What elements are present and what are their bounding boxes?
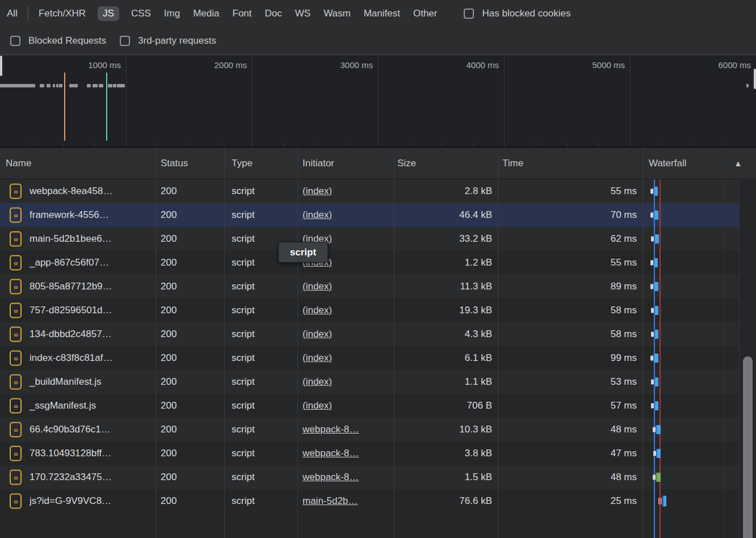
waterfall-bar-blue	[653, 211, 658, 220]
overview-minor-tick	[693, 143, 694, 146]
cell-status: 200	[161, 418, 177, 442]
filter-type-js[interactable]: JS	[98, 6, 119, 21]
column-header-size[interactable]: Size	[397, 148, 416, 179]
table-row[interactable]: ‹›js?id=G-9V9VC8…200scriptmain-5d2b…76.6…	[0, 489, 739, 513]
js-script-file-icon: ‹›	[10, 232, 22, 247]
initiator-link[interactable]: (index)	[303, 281, 332, 292]
filter-type-doc[interactable]: Doc	[264, 6, 283, 21]
table-row[interactable]: ‹›757-d82596501d…200script(index)19.3 kB…	[0, 299, 739, 322]
table-row[interactable]: ‹›_buildManifest.js200script(index)1.1 k…	[0, 370, 739, 394]
table-row[interactable]: ‹›main-5d2b1bee6…200script(index)33.2 kB…	[0, 227, 739, 251]
waterfall-bar-redtick	[661, 498, 662, 505]
initiator-link[interactable]: (index)	[303, 400, 332, 411]
initiator-link[interactable]: (index)	[303, 186, 332, 197]
filter-type-media[interactable]: Media	[192, 6, 220, 21]
column-header-time[interactable]: Time	[502, 148, 523, 179]
filter-type-ws[interactable]: WS	[294, 6, 312, 21]
initiator-link[interactable]: webpack-8…	[303, 448, 359, 459]
js-script-file-icon: ‹›	[10, 375, 22, 390]
column-header-initiator[interactable]: Initiator	[303, 148, 334, 179]
overview-minor-tick	[95, 143, 95, 146]
overview-activity-segment	[108, 84, 112, 87]
column-divider	[156, 147, 156, 538]
blocked-requests-label[interactable]: Blocked Requests	[28, 35, 106, 47]
cell-type: script	[232, 299, 255, 322]
filter-type-manifest[interactable]: Manifest	[363, 6, 401, 21]
overview-minor-tick	[662, 143, 662, 146]
cell-time: 53 ms	[611, 370, 637, 394]
cell-time: 62 ms	[611, 227, 637, 251]
cell-size: 3.8 kB	[465, 442, 492, 465]
table-row[interactable]: ‹›index-c83f8c81af…200script(index)6.1 k…	[0, 346, 739, 370]
overview-activity-segment	[117, 84, 125, 87]
filter-type-css[interactable]: CSS	[130, 6, 152, 21]
column-header-type[interactable]: Type	[232, 148, 253, 179]
network-overview-timeline[interactable]: 1000 ms2000 ms3000 ms4000 ms5000 ms6000 …	[0, 54, 756, 147]
cell-name: 170.7232a33475…	[30, 465, 112, 489]
cell-size: 76.6 kB	[459, 489, 492, 513]
initiator-link[interactable]: (index)	[303, 376, 332, 388]
vertical-scrollbar-thumb[interactable]	[743, 356, 753, 538]
initiator-link[interactable]: (index)	[303, 352, 332, 364]
cell-time: 58 ms	[611, 322, 637, 346]
cell-name: webpack-8ea458…	[30, 179, 112, 203]
blocked-requests-checkbox[interactable]	[10, 36, 20, 46]
column-header-waterfall[interactable]: Waterfall	[649, 148, 686, 179]
initiator-link[interactable]: webpack-8…	[303, 424, 359, 435]
table-row[interactable]: ‹›_ssgManifest.js200script(index)706 B57…	[0, 394, 739, 418]
table-row[interactable]: ‹›framework-4556…200script(index)46.4 kB…	[0, 203, 739, 227]
initiator-link[interactable]: (index)	[303, 209, 332, 221]
filter-type-font[interactable]: Font	[232, 6, 253, 21]
initiator-link[interactable]: main-5d2b…	[303, 495, 358, 507]
filter-type-other[interactable]: Other	[412, 6, 439, 21]
overview-right-handle[interactable]	[754, 69, 756, 89]
cell-initiator: (index)	[303, 346, 332, 370]
initiator-link[interactable]: (index)	[303, 329, 332, 340]
overview-time-label: 3000 ms	[340, 60, 373, 70]
cell-type: script	[232, 442, 255, 465]
overview-minor-tick	[189, 143, 190, 146]
third-party-requests-label[interactable]: 3rd-party requests	[138, 35, 216, 47]
cell-status: 200	[161, 489, 177, 513]
cell-size: 706 B	[467, 394, 492, 418]
table-row[interactable]: ‹›66.4c90b3d76c1…200scriptwebpack-8…10.3…	[0, 418, 739, 442]
overview-minor-tick	[284, 143, 284, 146]
initiator-link[interactable]: webpack-8…	[303, 472, 359, 483]
js-script-file-icon: ‹›	[10, 398, 22, 414]
table-row[interactable]: ‹›_app-867c56f07…200script(index)1.2 kB5…	[0, 251, 739, 275]
filter-type-wasm[interactable]: Wasm	[322, 6, 352, 21]
overview-minor-tick	[473, 143, 473, 146]
column-header-status[interactable]: Status	[161, 148, 188, 179]
cell-size: 1.5 kB	[465, 465, 492, 489]
filter-type-img[interactable]: Img	[163, 6, 181, 21]
cell-name: framework-4556…	[30, 203, 109, 227]
column-header-name[interactable]: Name	[6, 148, 31, 179]
cell-time: 48 ms	[611, 418, 637, 442]
overview-left-handle[interactable]	[0, 56, 2, 76]
table-row[interactable]: ‹›805-85a87712b9…200script(index)11.3 kB…	[0, 275, 739, 299]
table-row[interactable]: ‹›170.7232a33475…200scriptwebpack-8…1.5 …	[0, 465, 739, 489]
overview-gridline	[504, 55, 505, 146]
devtools-network-panel: AllFetch/XHRJSCSSImgMediaFontDocWSWasmMa…	[0, 0, 756, 538]
table-row[interactable]: ‹›783.10493128bff…200scriptwebpack-8…3.8…	[0, 442, 739, 465]
has-blocked-cookies-label[interactable]: Has blocked cookies	[482, 8, 570, 19]
overview-minor-tick	[441, 143, 442, 146]
third-party-requests-checkbox[interactable]	[120, 36, 130, 46]
cell-name: index-c83f8c81af…	[30, 346, 112, 370]
initiator-link[interactable]: (index)	[303, 305, 332, 316]
filter-type-all[interactable]: All	[6, 6, 19, 21]
overview-activity-segment	[56, 84, 58, 87]
filter-type-fetch-xhr[interactable]: Fetch/XHR	[37, 6, 87, 21]
overview-time-label: 4000 ms	[466, 60, 499, 70]
waterfall-bar-blue	[654, 401, 658, 410]
table-row[interactable]: ‹›webpack-8ea458…200script(index)2.8 kB5…	[0, 179, 739, 203]
has-blocked-cookies-checkbox[interactable]	[464, 9, 474, 19]
waterfall-bar-blue	[654, 306, 658, 315]
overview-activity-segment	[87, 84, 91, 87]
filter-divider	[28, 6, 28, 21]
sort-ascending-icon[interactable]: ▲	[734, 148, 742, 179]
overview-gridline	[252, 55, 253, 146]
cell-status: 200	[161, 251, 177, 275]
overview-time-label: 6000 ms	[718, 60, 751, 70]
table-row[interactable]: ‹›134-dbbd2c4857…200script(index)4.3 kB5…	[0, 322, 739, 346]
